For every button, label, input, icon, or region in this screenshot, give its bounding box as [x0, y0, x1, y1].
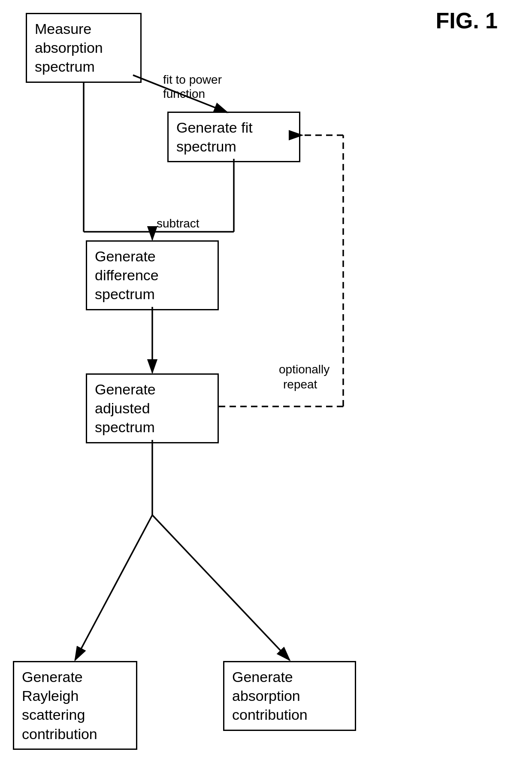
- svg-text:subtract: subtract: [157, 217, 200, 230]
- measure-absorption-box: Measureabsorptionspectrum: [26, 13, 142, 83]
- svg-text:repeat: repeat: [283, 378, 317, 391]
- generate-fit-spectrum-box: Generate fitspectrum: [167, 112, 300, 162]
- svg-line-19: [152, 515, 290, 660]
- generate-adjusted-spectrum-box: Generateadjustedspectrum: [86, 373, 219, 443]
- fig-label: FIG. 1: [436, 8, 498, 33]
- generate-rayleigh-box: Generate Rayleighscatteringcontribution: [13, 661, 137, 750]
- generate-absorption-box: Generateabsorptioncontribution: [223, 661, 356, 731]
- svg-text:function: function: [163, 87, 205, 100]
- svg-line-18: [75, 515, 152, 660]
- svg-line-2: [133, 75, 227, 112]
- svg-text:optionally: optionally: [279, 363, 329, 376]
- svg-text:fit to power: fit to power: [163, 73, 222, 86]
- generate-difference-spectrum-box: Generatedifferencespectrum: [86, 240, 219, 310]
